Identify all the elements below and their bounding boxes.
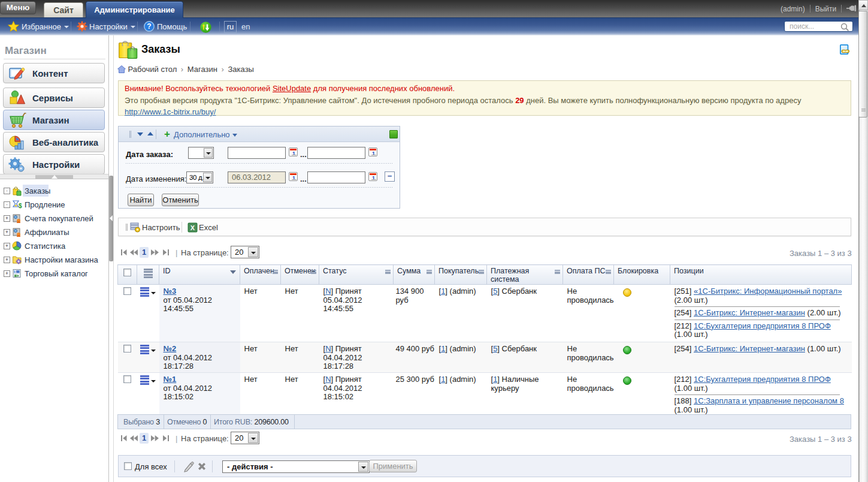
svg-text:?: ? xyxy=(147,22,151,31)
svg-text:$: $ xyxy=(19,203,22,209)
svg-text:X: X xyxy=(190,224,195,231)
